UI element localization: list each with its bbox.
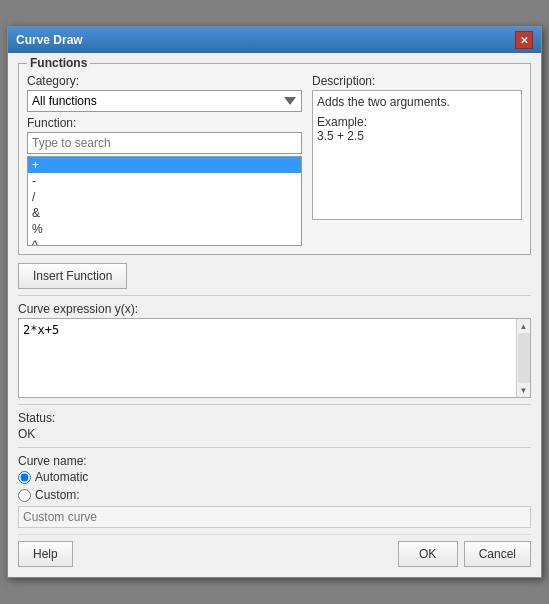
list-item[interactable]: % xyxy=(28,221,301,237)
title-bar: Curve Draw ✕ xyxy=(8,27,541,53)
separator2 xyxy=(18,404,531,405)
help-button[interactable]: Help xyxy=(18,541,73,567)
status-label: Status: xyxy=(18,411,531,425)
insert-function-button[interactable]: Insert Function xyxy=(18,263,127,289)
custom-radio-row: Custom: xyxy=(18,488,531,502)
scroll-up-arrow[interactable]: ▲ xyxy=(518,319,530,333)
function-list[interactable]: + - / & % ^ ~ xyxy=(27,156,302,246)
ok-button[interactable]: OK xyxy=(398,541,458,567)
automatic-radio-row: Automatic xyxy=(18,470,531,484)
description-text: Adds the two arguments. xyxy=(317,95,517,109)
example-text: Example: 3.5 + 2.5 xyxy=(317,115,517,143)
functions-group-label: Functions xyxy=(27,56,90,70)
example-value: 3.5 + 2.5 xyxy=(317,129,364,143)
close-button[interactable]: ✕ xyxy=(515,31,533,49)
functions-right: Description: Adds the two arguments. Exa… xyxy=(312,74,522,246)
description-box: Adds the two arguments. Example: 3.5 + 2… xyxy=(312,90,522,220)
list-item[interactable]: & xyxy=(28,205,301,221)
scroll-down-arrow[interactable]: ▼ xyxy=(518,383,530,397)
category-label: Category: xyxy=(27,74,302,88)
bottom-buttons: Help OK Cancel xyxy=(18,534,531,567)
cancel-button[interactable]: Cancel xyxy=(464,541,531,567)
insert-function-row: Insert Function xyxy=(18,263,531,289)
curve-expr-scrollbar: ▲ ▼ xyxy=(516,319,530,397)
separator xyxy=(18,295,531,296)
list-item[interactable]: ^ xyxy=(28,237,301,246)
functions-row: Category: All functions Math Trigonometr… xyxy=(27,74,522,246)
list-item[interactable]: + xyxy=(28,157,301,173)
curve-expression-label: Curve expression y(x): xyxy=(18,302,531,316)
automatic-radio[interactable] xyxy=(18,471,31,484)
functions-group: Functions Category: All functions Math T… xyxy=(18,63,531,255)
description-label: Description: xyxy=(312,74,522,88)
functions-left: Category: All functions Math Trigonometr… xyxy=(27,74,302,246)
custom-radio-label: Custom: xyxy=(35,488,80,502)
scroll-track xyxy=(518,333,530,383)
example-label: Example: xyxy=(317,115,367,129)
automatic-radio-label: Automatic xyxy=(35,470,88,484)
dialog-body: Functions Category: All functions Math T… xyxy=(8,53,541,577)
curve-name-label: Curve name: xyxy=(18,454,531,468)
function-search-input[interactable] xyxy=(27,132,302,154)
curve-draw-dialog: Curve Draw ✕ Functions Category: All fun… xyxy=(7,26,542,578)
function-label: Function: xyxy=(27,116,302,130)
curve-name-section: Curve name: Automatic Custom: xyxy=(18,454,531,528)
status-section: Status: OK xyxy=(18,411,531,441)
category-select[interactable]: All functions Math Trigonometry Statisti… xyxy=(27,90,302,112)
curve-expression-box: 2*x+5 ▲ ▼ xyxy=(18,318,531,398)
status-value: OK xyxy=(18,427,531,441)
bottom-right-buttons: OK Cancel xyxy=(398,541,531,567)
dialog-title: Curve Draw xyxy=(16,33,83,47)
function-list-wrapper: + - / & % ^ ~ xyxy=(27,156,302,246)
list-item[interactable]: / xyxy=(28,189,301,205)
custom-radio[interactable] xyxy=(18,489,31,502)
curve-expression-textarea[interactable]: 2*x+5 xyxy=(19,319,516,397)
custom-name-input[interactable] xyxy=(18,506,531,528)
list-item[interactable]: - xyxy=(28,173,301,189)
separator3 xyxy=(18,447,531,448)
